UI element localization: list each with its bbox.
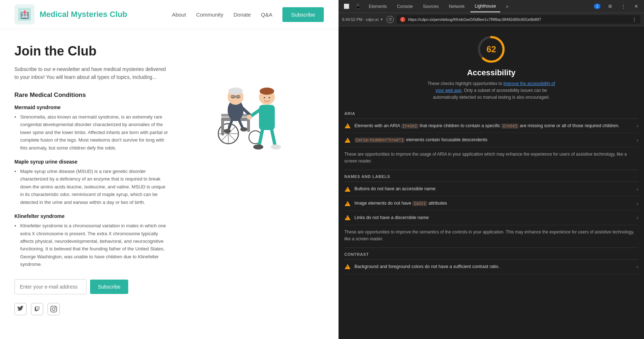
dt-icons-right: 1 ⚙ ⋮ ✕ bbox=[592, 1, 641, 12]
audit-text-aria-2: [aria-hidden="true"] elements contain fo… bbox=[354, 137, 633, 143]
devtools-panel: ⬜ 📱 Elements Console Sources Network Lig… bbox=[339, 0, 644, 339]
aria-note: These are opportunities to improve the u… bbox=[344, 147, 638, 170]
audit-text-links: Links do not have a discernible name bbox=[354, 214, 633, 221]
audit-text-buttons: Buttons do not have an accessible name bbox=[354, 186, 633, 192]
score-label: Accessibility bbox=[467, 68, 516, 77]
tab-console[interactable]: Console bbox=[393, 1, 417, 12]
contrast-section-header: CONTRAST bbox=[344, 248, 638, 260]
twitch-icon[interactable] bbox=[31, 303, 43, 315]
social-row bbox=[14, 303, 169, 315]
score-desc: These checks highlight opportunities to … bbox=[426, 80, 556, 101]
refresh-icon[interactable] bbox=[386, 16, 394, 23]
url-favicon: ! bbox=[400, 17, 405, 22]
score-section: 62 Accessibility These checks highlight … bbox=[339, 26, 644, 107]
email-input[interactable] bbox=[14, 279, 86, 294]
svg-point-36 bbox=[271, 144, 281, 150]
warn-icon-5 bbox=[344, 214, 351, 221]
devtools-toolbar: ⬜ 📱 Elements Console Sources Network Lig… bbox=[339, 0, 644, 13]
svg-text:🏥: 🏥 bbox=[20, 10, 30, 19]
site-title: Medical Mysteries Club bbox=[40, 10, 127, 19]
chevron-icon-5: › bbox=[636, 215, 638, 220]
settings-icon[interactable]: ⚙ bbox=[605, 1, 615, 12]
warn-icon-2 bbox=[344, 137, 351, 143]
instagram-icon[interactable] bbox=[48, 303, 60, 315]
nav-community[interactable]: Community bbox=[196, 12, 223, 18]
devtools-urlbar: 6:44:52 PM · cdpn.io ▼ ! https://cdpn.io… bbox=[339, 13, 644, 26]
svg-point-24 bbox=[224, 129, 231, 133]
warn-icon-6 bbox=[344, 263, 351, 270]
condition-title-2: Maple syrup urine disease bbox=[14, 159, 169, 165]
subscribe-button[interactable]: Subscribe bbox=[90, 280, 128, 294]
url-more-icon[interactable]: ⋮ bbox=[632, 17, 637, 22]
logo-area: 🏥 Medical Mysteries Club bbox=[14, 4, 127, 24]
chevron-icon-2: › bbox=[636, 137, 638, 143]
tab-sources[interactable]: Sources bbox=[419, 1, 443, 12]
notification-button[interactable]: 1 bbox=[592, 1, 602, 12]
conditions-section-title: Rare Medical Conditions bbox=[14, 92, 169, 99]
svg-rect-26 bbox=[259, 105, 275, 130]
content-left: Join the Club Subscribe to our e-newslet… bbox=[14, 44, 169, 325]
site-main: Join the Club Subscribe to our e-newslet… bbox=[0, 29, 338, 339]
notification-badge: 1 bbox=[594, 4, 600, 9]
content-right bbox=[169, 44, 324, 325]
logo-icon: 🏥 bbox=[14, 4, 35, 24]
nav-donate[interactable]: Donate bbox=[233, 12, 251, 18]
svg-rect-7 bbox=[247, 117, 250, 132]
names-labels-note: These are opportunities to improve the s… bbox=[344, 225, 638, 248]
tab-elements[interactable]: Elements bbox=[365, 1, 391, 12]
tab-lighthouse[interactable]: Lighthouse bbox=[470, 1, 500, 12]
page-title: Join the Club bbox=[14, 44, 169, 59]
device-icon[interactable]: 📱 bbox=[353, 1, 363, 12]
hero-illustration bbox=[192, 51, 300, 152]
svg-point-25 bbox=[240, 127, 247, 131]
condition-text-1: Sirenomelia, also known as mermaid syndr… bbox=[14, 113, 169, 152]
names-labels-section: NAMES AND LABELS Buttons do not have an … bbox=[339, 170, 644, 248]
svg-point-32 bbox=[247, 115, 252, 120]
more-options-icon[interactable]: ⋮ bbox=[618, 1, 628, 12]
svg-rect-6 bbox=[221, 117, 224, 135]
audit-text-aria-1: Elements with an ARIA [role] that requir… bbox=[354, 122, 633, 129]
audit-item-contrast[interactable]: Background and foreground colors do not … bbox=[344, 260, 638, 274]
audit-item-aria-1[interactable]: Elements with an ARIA [role] that requir… bbox=[344, 119, 638, 133]
url-text: https://cdpn.io/pen/debug/KKebGwO/0d8ee1… bbox=[408, 17, 629, 22]
twitter-icon[interactable] bbox=[14, 303, 27, 315]
svg-point-29 bbox=[264, 97, 265, 98]
tab-more[interactable]: » bbox=[502, 1, 513, 12]
contrast-section: CONTRAST Background and foreground color… bbox=[339, 248, 644, 274]
audit-item-aria-2[interactable]: [aria-hidden="true"] elements contain fo… bbox=[344, 133, 638, 147]
nav-about[interactable]: About bbox=[172, 12, 186, 18]
close-icon[interactable]: ✕ bbox=[631, 1, 641, 12]
svg-point-28 bbox=[260, 88, 274, 95]
url-bar: ! https://cdpn.io/pen/debug/KKebGwO/0d8e… bbox=[397, 15, 640, 24]
svg-line-34 bbox=[272, 129, 275, 146]
aria-section-header: ARIA bbox=[344, 107, 638, 119]
audit-item-buttons[interactable]: Buttons do not have an accessible name › bbox=[344, 182, 638, 196]
page-subtitle: Subscribe to our e-newsletter and have m… bbox=[14, 65, 169, 81]
nav-qa[interactable]: Q&A bbox=[261, 12, 273, 18]
audit-text-images: Image elements do not have [alt] attribu… bbox=[354, 200, 633, 207]
svg-line-23 bbox=[239, 120, 243, 128]
condition-text-3: Klinefelter syndrome is a chromosomal va… bbox=[14, 222, 169, 268]
audit-text-contrast: Background and foreground colors do not … bbox=[354, 263, 633, 270]
chevron-icon-6: › bbox=[636, 264, 638, 269]
website-panel: 🏥 Medical Mysteries Club About Community… bbox=[0, 0, 339, 339]
svg-point-17 bbox=[237, 96, 239, 98]
email-row: Subscribe bbox=[14, 279, 169, 294]
chevron-icon-3: › bbox=[636, 186, 638, 192]
audit-item-images[interactable]: Image elements do not have [alt] attribu… bbox=[344, 196, 638, 211]
score-number: 62 bbox=[487, 44, 496, 54]
inspect-icon[interactable]: ⬜ bbox=[341, 1, 352, 12]
svg-point-35 bbox=[253, 144, 263, 150]
site-header: 🏥 Medical Mysteries Club About Community… bbox=[0, 0, 338, 29]
svg-point-30 bbox=[269, 97, 270, 98]
tab-network[interactable]: Network bbox=[444, 1, 469, 12]
audit-item-links[interactable]: Links do not have a discernible name › bbox=[344, 211, 638, 225]
svg-point-15 bbox=[228, 88, 243, 95]
header-subscribe-button[interactable]: Subscribe bbox=[282, 7, 324, 22]
condition-title-3: Klinefelter syndrome bbox=[14, 213, 169, 219]
chevron-icon-1: › bbox=[636, 123, 638, 129]
svg-line-22 bbox=[228, 120, 232, 130]
svg-point-16 bbox=[232, 96, 234, 98]
aria-section: ARIA Elements with an ARIA [role] that r… bbox=[339, 107, 644, 170]
chevron-icon-4: › bbox=[636, 201, 638, 206]
